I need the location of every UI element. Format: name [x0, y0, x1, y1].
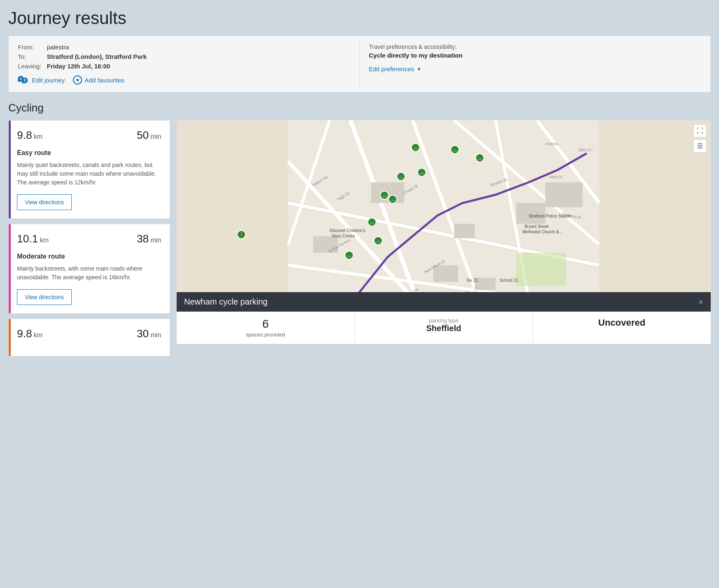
parking-type-cell: parking type Sheffield — [355, 312, 533, 344]
routes-column: 9.8 km 50 min Easy route Mainly quiet ba… — [8, 120, 170, 361]
covered-cell: Uncovered — [533, 312, 711, 344]
svg-rect-17 — [516, 203, 545, 224]
from-row: From: palestra — [18, 44, 350, 51]
edit-journey-link[interactable]: Edit journey — [18, 75, 65, 85]
route-stats-moderate: 10.1 km 38 min — [17, 232, 161, 245]
route-stats-easy: 9.8 km 50 min — [17, 129, 161, 142]
moderate-route-desc: Mainly backstreets, with some main roads… — [17, 264, 161, 282]
map-column: High St Chant St Bryant St Mark St Pitch… — [177, 120, 711, 344]
map-container[interactable]: High St Chant St Bryant St Mark St Pitch… — [177, 120, 711, 344]
moderate-route-type: Moderate route — [17, 253, 161, 260]
parking-type-value: Sheffield — [426, 324, 461, 333]
parking-popup-close-button[interactable]: × — [698, 298, 703, 306]
covered-value: Uncovered — [598, 317, 646, 328]
svg-text:Victoria...: Victoria... — [545, 142, 561, 146]
svg-text:Methodist Church &...: Methodist Church &... — [522, 230, 562, 234]
map-controls-top: ⛶ ☰ — [693, 124, 707, 152]
preferences-value: Cycle directly to my destination — [369, 52, 702, 59]
route-card-fast: 9.8 km 30 min — [8, 319, 170, 356]
svg-rect-16 — [454, 224, 475, 238]
to-label: To: — [18, 53, 47, 60]
cycle-pin-7[interactable]: 🚲 — [388, 195, 397, 204]
svg-text:Elliot Cl...: Elliot Cl... — [578, 148, 594, 152]
edit-journey-label: Edit journey — [32, 77, 65, 84]
cycle-pin-1[interactable]: 🚲 — [411, 143, 420, 152]
edit-preferences-button[interactable]: Edit preferences ▼ — [369, 65, 422, 73]
edit-preferences-label: Edit preferences — [369, 65, 414, 73]
parking-popup-data: 6 spaces provided parking type Sheffield… — [177, 312, 711, 344]
chevron-down-icon: ▼ — [417, 66, 422, 72]
fast-km: 9.8 km — [17, 327, 43, 340]
moderate-view-directions-button[interactable]: View directions — [17, 289, 72, 305]
svg-text:Discover Children's: Discover Children's — [330, 228, 365, 233]
parking-type-label: parking type — [361, 317, 527, 324]
easy-min: 50 min — [137, 129, 161, 142]
svg-text:School 21: School 21 — [500, 278, 518, 283]
cycle-pin-2[interactable]: 🚲 — [450, 145, 459, 154]
easy-km: 9.8 km — [17, 129, 43, 142]
spaces-label: spaces provided — [246, 332, 285, 338]
preferences-label: Travel preferences & accessibility: — [369, 44, 702, 50]
svg-text:Bryant Street: Bryant Street — [525, 224, 549, 229]
cycle-pin-14[interactable]: 📍 — [237, 230, 246, 239]
journey-details-right: Travel preferences & accessibility: Cycl… — [360, 36, 711, 92]
route-card-easy: 9.8 km 50 min Easy route Mainly quiet ba… — [8, 120, 170, 219]
cycle-pin-8[interactable]: 🚲 — [367, 218, 377, 227]
parking-popup-title: Newham cycle parking — [184, 297, 267, 307]
from-label: From: — [18, 44, 47, 51]
svg-rect-19 — [433, 265, 458, 282]
journey-actions: Edit journey ★ Add favourites — [18, 75, 350, 85]
easy-route-desc: Mainly quiet backstreets, canals and par… — [17, 161, 161, 187]
easy-view-directions-button[interactable]: View directions — [17, 194, 72, 210]
map-menu-button[interactable]: ☰ — [693, 139, 707, 152]
page-title: Journey results — [8, 8, 711, 28]
add-favourites-link[interactable]: ★ Add favourites — [73, 75, 124, 85]
journey-details-left: From: palestra To: Stratford (London), S… — [9, 36, 360, 92]
moderate-km: 10.1 km — [17, 232, 49, 245]
svg-text:Mark St: Mark St — [549, 175, 563, 179]
spaces-number: 6 — [182, 317, 349, 331]
journey-info-bar: From: palestra To: Stratford (London), S… — [8, 36, 711, 92]
to-value: Stratford (London), Stratford Park — [47, 53, 147, 60]
spaces-cell: 6 spaces provided — [177, 312, 355, 344]
fast-min: 30 min — [137, 327, 161, 340]
cycling-section-title: Cycling — [8, 102, 711, 114]
cycle-pin-6[interactable]: 🚲 — [380, 191, 389, 200]
route-card-moderate: 10.1 km 38 min Moderate route Mainly bac… — [8, 224, 170, 314]
leaving-row: Leaving: Friday 12th Jul, 16:00 — [18, 63, 350, 70]
leaving-value: Friday 12th Jul, 16:00 — [47, 63, 110, 70]
ab-icon — [18, 76, 29, 84]
cycle-pin-3[interactable]: 🚲 — [475, 153, 484, 162]
add-favourites-label: Add favourites — [85, 77, 124, 84]
fullscreen-button[interactable]: ⛶ — [693, 124, 707, 138]
cycle-pin-5[interactable]: 🚲 — [396, 172, 406, 181]
cycle-pin-10[interactable]: 🚲 — [345, 251, 354, 260]
route-stats-fast: 9.8 km 30 min — [17, 327, 161, 340]
from-value: palestra — [47, 44, 69, 51]
svg-rect-13 — [516, 253, 566, 286]
easy-route-type: Easy route — [17, 149, 161, 157]
moderate-min: 38 min — [137, 232, 161, 245]
cycle-pin-9[interactable]: 🚲 — [374, 236, 383, 245]
svg-rect-18 — [545, 182, 583, 207]
svg-text:Six 21: Six 21 — [466, 278, 478, 283]
parking-popup-header: Newham cycle parking × — [177, 292, 711, 312]
svg-text:Story Centre: Story Centre — [332, 234, 355, 238]
parking-popup: Newham cycle parking × 6 spaces provided… — [177, 292, 711, 344]
leaving-label: Leaving: — [18, 63, 47, 70]
to-row: To: Stratford (London), Stratford Park — [18, 53, 350, 60]
star-icon: ★ — [73, 75, 82, 85]
svg-text:Stratford Police Station: Stratford Police Station — [529, 214, 571, 218]
main-content: 9.8 km 50 min Easy route Mainly quiet ba… — [8, 120, 711, 361]
cycle-pin-4[interactable]: 🚲 — [417, 168, 426, 177]
